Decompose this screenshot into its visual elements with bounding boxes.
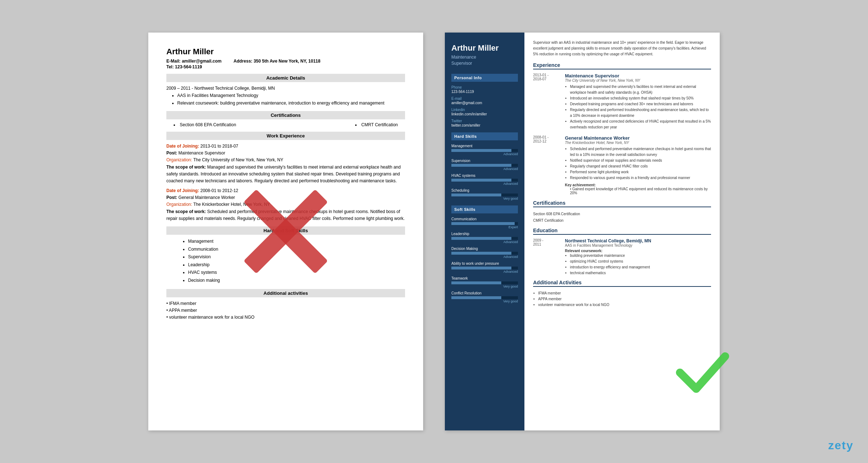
soft-skills-title: Soft Skills — [451, 205, 518, 213]
job1-content: Date of Joining: 2013-01 to 2018-07 Post… — [166, 143, 405, 184]
resume-bad: Arthur Miller E-Mail: amiller@gmail.com … — [148, 33, 423, 430]
personal-info-title: Personal Info — [451, 74, 518, 82]
soft-skill-2: Decision Making Advanced — [451, 247, 518, 259]
soft-skill-4: Teamwork Very good — [451, 276, 518, 288]
left-tel-line: Tel: 123-564-1119 — [166, 64, 405, 69]
cert-header: Certifications — [166, 111, 405, 119]
soft-skill-1: Leadership Advanced — [451, 232, 518, 244]
hard-skill-0: Management Advanced — [451, 144, 518, 156]
job-block-1: 2008-01 - 2012-12 General Maintenance Wo… — [533, 135, 711, 195]
soft-skill-5: Conflict Resolution Very good — [451, 291, 518, 303]
additional-activities-title: Additional Activities — [533, 280, 711, 287]
academic-content: 2009 – 2011 - Northwest Technical Colleg… — [166, 85, 405, 107]
academic-header: Academic Details — [166, 74, 405, 82]
hard-skill-3: Scheduling Very good — [451, 188, 518, 200]
additional-header: Additional activities — [166, 289, 405, 297]
resume-good: Arthur Miller Maintenance Supervisor Per… — [445, 33, 720, 430]
job-block-0: 2013-01 - 2018-07 Maintenance Supervisor… — [533, 73, 711, 130]
left-email-line: E-Mail: amiller@gmail.com Address: 350 5… — [166, 59, 405, 64]
experience-title: Experience — [533, 62, 711, 69]
hard-skills-title: Hard Skills — [451, 132, 518, 140]
certifications-title: Certifications — [533, 200, 711, 207]
left-name: Arthur Miller — [166, 47, 405, 56]
resume-main-content: Supervisor with an AAS in industrial mai… — [524, 33, 720, 430]
soft-skill-3: Ability to work under pressure Advanced — [451, 262, 518, 273]
summary: Supervisor with an AAS in industrial mai… — [533, 40, 711, 57]
right-title: Maintenance Supervisor — [451, 54, 518, 67]
work-header: Work Experience — [166, 132, 405, 140]
skills-list: Management Communication Supervision Lea… — [188, 238, 405, 285]
hard-skill-2: HVAC systems Advanced — [451, 174, 518, 186]
academic-bullets: AAS in Facilities Management Technology … — [177, 92, 405, 107]
additional-content: • IFMA member • APPA member • volunteer … — [166, 300, 405, 321]
skills-header: Hard and Soft Skills — [166, 226, 405, 235]
right-name: Arthur Miller — [451, 43, 518, 53]
right-cert-list: Section 608 EPA Certification CMRT Certi… — [533, 211, 711, 224]
right-additional-list: IFMA member APPA member volunteer mainte… — [538, 290, 711, 308]
soft-skill-0: Communication Expert — [451, 217, 518, 229]
zety-watermark: zety — [828, 439, 854, 452]
job2-content: Date of Joining: 2008-01 to 2012-12 Post… — [166, 187, 405, 222]
education-title: Education — [533, 228, 711, 235]
education-block: 2009 - 2011 Northwest Technical College,… — [533, 238, 711, 276]
resume-sidebar: Arthur Miller Maintenance Supervisor Per… — [445, 33, 524, 430]
cert-row: Section 608 EPA Certification CMRT Certi… — [166, 122, 405, 127]
hard-skill-1: Supervision Advanced — [451, 159, 518, 171]
